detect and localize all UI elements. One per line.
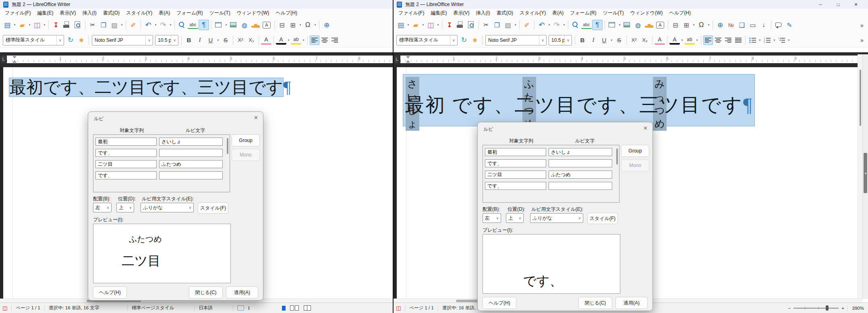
undo-icon[interactable]: ↶	[537, 20, 547, 30]
insert-table-icon[interactable]	[607, 20, 617, 30]
underline-dropdown[interactable]: ▾	[610, 35, 613, 45]
styles-button[interactable]: スタイル(F)	[587, 213, 618, 224]
single-page-view-icon[interactable]	[282, 306, 286, 311]
menu-insert[interactable]: 挿入(I)	[79, 9, 99, 17]
insert-page-break-icon[interactable]: ⊟	[670, 20, 681, 30]
menu-help[interactable]: ヘルプ(H)	[666, 9, 694, 17]
zoom-in-button[interactable]: +	[841, 306, 844, 311]
list-scrollbar[interactable]	[616, 148, 618, 165]
font-color-dropdown[interactable]: ▾	[680, 35, 684, 45]
save-dropdown[interactable]: ▾	[43, 20, 46, 30]
track-changes-icon[interactable]: ✎	[784, 20, 795, 30]
styles-button[interactable]: スタイル(F)	[198, 202, 228, 214]
font-size-combo[interactable]: 10.5 pt ∨	[155, 35, 178, 45]
spell-check-icon[interactable]: abc	[188, 21, 198, 29]
insert-page-number-icon[interactable]: №	[726, 20, 736, 30]
subscript-icon[interactable]: X₂	[246, 35, 257, 45]
chevron-down-icon[interactable]: ∨	[517, 214, 523, 222]
apply-button[interactable]: 適用(A)	[615, 297, 648, 309]
chevron-down-icon[interactable]: ∨	[450, 35, 457, 45]
menu-form[interactable]: フォーム(R)	[173, 9, 206, 17]
base-text-input-4[interactable]	[485, 182, 546, 190]
insert-field-dropdown[interactable]: ▾	[692, 20, 696, 30]
menu-form[interactable]: フォーム(R)	[567, 9, 600, 17]
strikethrough-icon[interactable]: S	[220, 35, 231, 45]
group-button[interactable]: Group	[621, 145, 649, 157]
print-icon[interactable]	[455, 20, 466, 30]
menu-styles[interactable]: スタイル(Y)	[123, 9, 155, 17]
horizontal-ruler[interactable]: 12345678	[7, 56, 393, 63]
menu-file[interactable]: ファイル(F)	[395, 9, 427, 17]
selected-text[interactable]: 最初 です、二ツ目です、三ツ目です	[405, 94, 743, 115]
bold-icon[interactable]: B	[577, 35, 588, 45]
insert-field-icon[interactable]: ⊞	[288, 20, 298, 30]
find-replace-icon[interactable]	[570, 20, 581, 30]
text-from-file-icon[interactable]: ↓	[758, 20, 769, 30]
zoom-slider[interactable]	[793, 308, 839, 309]
base-text-input-2[interactable]	[485, 159, 546, 167]
toolbar-overflow-icon[interactable]: »	[858, 22, 866, 29]
character-style-combo[interactable]: ふりがな ∨	[141, 203, 194, 212]
menu-help[interactable]: ヘルプ(H)	[272, 9, 300, 17]
apply-button[interactable]: 適用(A)	[226, 286, 258, 299]
print-preview-icon[interactable]	[466, 20, 476, 30]
chevron-down-icon[interactable]: ∨	[145, 35, 153, 45]
save-icon[interactable]: ◫	[425, 20, 436, 30]
alignment-combo[interactable]: 左 ∨	[93, 203, 112, 212]
outline-list-dropdown[interactable]: ▾	[787, 35, 791, 45]
ruby-dialog[interactable]: ルビ ✕ 対象文字列 ルビ文字 Group Mono 配置(B): 位置(D):…	[88, 111, 263, 301]
unsaved-changes-icon[interactable]: ◫	[396, 305, 401, 311]
insert-image-icon[interactable]	[228, 20, 239, 30]
numbered-list-dropdown[interactable]: ▾	[773, 35, 776, 45]
selected-text[interactable]: 最初です、二ツ目です、三ツ目です	[9, 78, 283, 97]
insert-table-dropdown[interactable]: ▾	[224, 20, 228, 30]
help-button[interactable]: ヘルプ(H)	[483, 297, 516, 309]
cut-icon[interactable]: ✂	[87, 20, 98, 30]
close-icon[interactable]: ✕	[643, 125, 648, 131]
font-size-combo[interactable]: 10.5 pt ∨	[549, 35, 572, 45]
unsaved-changes-icon[interactable]: ◫	[2, 305, 7, 311]
align-right-icon[interactable]	[723, 35, 733, 45]
font-color-dropdown[interactable]: ▾	[287, 35, 290, 45]
insert-section-icon[interactable]: ▭	[748, 20, 758, 30]
chevron-down-icon[interactable]: ∨	[576, 214, 583, 222]
group-button[interactable]: Group	[232, 134, 260, 146]
position-combo[interactable]: 上 ∨	[116, 203, 134, 212]
toolbar-overflow-icon[interactable]: »	[858, 37, 866, 43]
new-document-icon[interactable]: ▤	[2, 20, 12, 30]
align-left-icon[interactable]	[703, 35, 713, 45]
paste-dropdown[interactable]: ▾	[514, 20, 517, 30]
base-text-input-1[interactable]	[485, 148, 546, 156]
menu-file[interactable]: ファイル(F)	[2, 9, 34, 17]
status-selection[interactable]: 選択中: 16 単語, 16 文字	[49, 305, 99, 311]
bullet-list-icon[interactable]	[748, 35, 758, 45]
special-character-dropdown[interactable]: ▾	[313, 20, 317, 30]
status-page-style[interactable]: 標準ページスタイル	[132, 305, 174, 311]
spell-check-icon[interactable]: abc	[581, 21, 592, 29]
status-language[interactable]: 日本語	[199, 305, 213, 311]
chevron-down-icon[interactable]: ∨	[127, 203, 134, 212]
close-button[interactable]: 閉じる(C)	[578, 297, 612, 309]
clear-formatting-icon[interactable]: A	[261, 36, 271, 45]
insert-chart-icon[interactable]: ▃▆▄	[250, 20, 261, 30]
export-pdf-icon[interactable]: ↧	[51, 20, 61, 30]
special-character-dropdown[interactable]: ▾	[707, 20, 711, 30]
insert-chart-icon[interactable]: ▃▆▄	[644, 20, 654, 30]
menu-tools[interactable]: ツール(T)	[600, 9, 627, 17]
update-style-icon[interactable]: ↻	[459, 35, 469, 45]
update-style-icon[interactable]: ↻	[65, 35, 76, 45]
zoom-out-button[interactable]: −	[788, 306, 791, 311]
open-dropdown[interactable]: ▾	[28, 20, 31, 30]
new-document-dropdown[interactable]: ▾	[406, 20, 410, 30]
chevron-down-icon[interactable]: ∨	[494, 214, 501, 222]
document-text-line[interactable]: 最初です、二ツ目です、三ツ目です¶	[9, 76, 291, 99]
new-style-icon[interactable]: ✱	[76, 35, 87, 45]
redo-dropdown[interactable]: ▾	[562, 20, 566, 30]
print-icon[interactable]	[62, 20, 72, 30]
open-icon[interactable]: ▰	[410, 20, 421, 30]
ruby-text-input-2[interactable]	[549, 159, 612, 167]
new-document-icon[interactable]: ▤	[396, 20, 406, 30]
menu-table[interactable]: 表(A)	[549, 9, 567, 17]
menu-insert[interactable]: 挿入(I)	[472, 9, 493, 17]
undo-dropdown[interactable]: ▾	[547, 20, 551, 30]
